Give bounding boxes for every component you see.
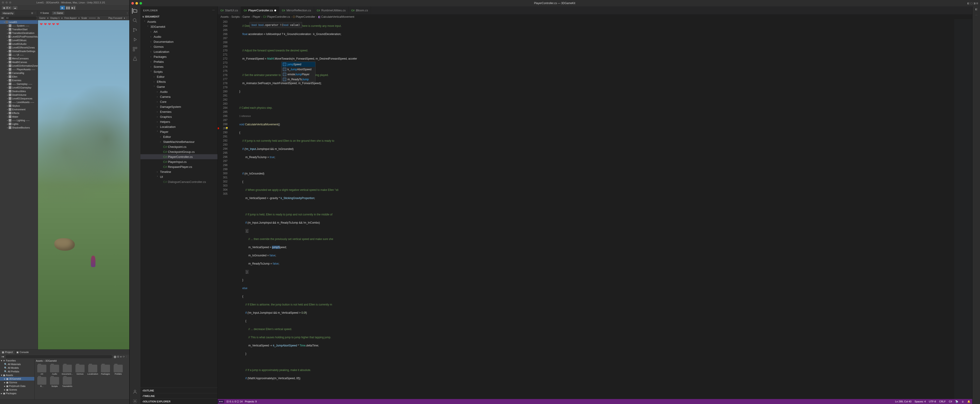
folder-item[interactable]: Document... <box>62 365 73 375</box>
folder-packages[interactable]: ›Packages <box>140 54 218 59</box>
debug-icon[interactable] <box>132 37 138 42</box>
play-mode-dropdown[interactable]: Play Focused <box>108 17 122 19</box>
traffic-dot[interactable] <box>9 2 11 4</box>
folder-helpers[interactable]: ›Helpers <box>140 119 218 124</box>
more-icon[interactable]: ⋯ <box>975 14 977 17</box>
indent[interactable]: Spaces: 4 <box>915 400 926 403</box>
folder-editor[interactable]: ›Editor <box>140 74 218 79</box>
add-icon[interactable]: +▾ <box>1 17 4 19</box>
asset-tree-item[interactable]: ▸▣3DGamekit <box>0 377 34 380</box>
projects-count[interactable]: Projects: 9 <box>245 400 257 403</box>
editor-tab[interactable]: C#MirrorReflection.cs <box>279 6 314 14</box>
folder-editor2[interactable]: ›Editor <box>140 134 218 139</box>
console-tab[interactable]: ▣ Console <box>14 350 30 354</box>
game-tab[interactable]: 🎮 Game <box>52 11 64 15</box>
folder-audio2[interactable]: ›Audio <box>140 89 218 94</box>
folder-camera[interactable]: ›Camera <box>140 94 218 99</box>
split-icon[interactable]: ◧ <box>975 8 977 11</box>
hierarchy-item[interactable]: ▸Lights <box>0 122 38 126</box>
breadcrumb[interactable]: Assets›Scripts›Game›Player›C# PlayerCont… <box>218 14 972 19</box>
assets-root[interactable]: ▾▣Assets <box>0 373 34 377</box>
folder-item[interactable]: Scripts <box>49 377 60 387</box>
hierarchy-item[interactable]: ▸Water <box>0 115 38 118</box>
autocomplete-item[interactable]: □m_ReadyToJump <box>282 77 315 82</box>
hierarchy-item[interactable]: ▸GlobalShaderSettings <box>0 50 38 53</box>
folder-item[interactable]: Art <box>37 365 47 375</box>
live-icon[interactable]: 🕭 <box>962 400 964 403</box>
traffic-dot[interactable] <box>5 2 8 4</box>
hierarchy-item[interactable]: ▸Level01Audio <box>0 42 38 46</box>
feedback-icon[interactable]: 📡 <box>955 400 958 403</box>
hierarchy-item[interactable]: ▸HealthCanvas <box>0 60 38 64</box>
pause-button[interactable]: ❚❚ <box>65 6 70 10</box>
bell-icon[interactable]: 🔔 <box>967 400 970 403</box>
hierarchy-item[interactable]: ▸TransitionStart <box>0 27 38 31</box>
hierarchy-item[interactable]: ▸Level01Sequences <box>0 97 38 100</box>
breadcrumb-seg[interactable]: Scripts <box>231 15 240 18</box>
file-dialogue[interactable]: C#DialogueCanvasController.cs <box>140 179 218 184</box>
display-dropdown[interactable]: Display 1 <box>50 17 60 19</box>
hierarchy-item[interactable]: ▸DeathVolume <box>0 93 38 97</box>
editor-tab[interactable]: C#StartUI.cs <box>218 6 241 14</box>
layout-icons[interactable]: ◧ ▢ ◨ ⊞ <box>967 2 978 5</box>
folder-item[interactable]: Localization <box>87 365 98 375</box>
folder-3dgamekit[interactable]: ˅3DGamekit <box>140 24 218 29</box>
account-button[interactable]: ◉ JE ▾ <box>2 6 11 10</box>
explorer-icon[interactable] <box>132 8 137 14</box>
scene-tab[interactable]: ⠿ Scene <box>39 11 50 15</box>
encoding[interactable]: UTF-8 <box>929 400 936 403</box>
solution-section[interactable]: › SOLUTION EXPLORER <box>140 399 218 404</box>
editor-tab[interactable]: C#RuntimeUtilities.cs <box>314 6 348 14</box>
editor-tab[interactable]: C#Bloom.cs <box>348 6 371 14</box>
folder-damage[interactable]: ›DamageSystem <box>140 104 218 109</box>
folder-smb[interactable]: ›StateMachineBehaviour <box>140 139 218 144</box>
hierarchy-search[interactable] <box>5 16 37 20</box>
hierarchy-item[interactable]: ▸----- System ----- <box>0 24 38 27</box>
more-icon[interactable]: ⋯ <box>212 9 215 12</box>
favorite-item[interactable]: 🔍All Materials <box>0 362 34 366</box>
autocomplete-item[interactable]: □emoteJumpPlayer <box>282 72 315 77</box>
breadcrumb-seg[interactable]: Game <box>242 15 250 18</box>
aspect-dropdown[interactable]: Free Aspect <box>64 17 76 19</box>
extensions-icon[interactable] <box>132 46 138 52</box>
hierarchy-item[interactable]: ▸----- Lighting ----- <box>0 118 38 122</box>
hierarchy-item[interactable]: ▸Level01PostProcessVolu <box>0 35 38 38</box>
remote-button[interactable]: ⟷ <box>218 400 224 403</box>
breadcrumb-seg[interactable]: Assets <box>220 15 229 18</box>
asset-tree-item[interactable]: ▸▣Scenes <box>0 388 34 391</box>
favorites-header[interactable]: ▾★Favorites <box>0 359 34 362</box>
folder-item[interactable]: R... <box>37 377 47 387</box>
file-player-input[interactable]: C#PlayerInput.cs <box>140 159 218 164</box>
hierarchy-item[interactable]: ▸----- LevelAssets ----- <box>0 100 38 104</box>
folder-ui[interactable]: ˅UI <box>140 174 218 179</box>
outline-section[interactable]: › OUTLINE <box>140 388 218 393</box>
folder-player[interactable]: ˅Player <box>140 129 218 134</box>
hierarchy-item[interactable]: ▸MenuCanvases <box>0 57 38 60</box>
source-control-icon[interactable] <box>132 27 138 33</box>
code-editor[interactable]: 2632642652662672682692702712722732742752… <box>218 19 972 399</box>
folder-localization2[interactable]: ›Localization <box>140 124 218 129</box>
step-button[interactable]: ▶❙ <box>71 6 76 10</box>
asset-tree-item[interactable]: ▸▣Gizmos <box>0 380 34 384</box>
game-dropdown[interactable]: Game <box>39 17 45 19</box>
folder-item[interactable]: Gizmos <box>75 365 86 375</box>
workspace-name[interactable]: ∨ 3DGAMEKIT <box>140 14 218 19</box>
hierarchy-item[interactable]: ▸Level01Music <box>0 38 38 42</box>
minimap[interactable] <box>954 19 972 399</box>
hierarchy-item[interactable]: ▸Enemies <box>0 78 38 82</box>
project-search[interactable] <box>5 355 112 358</box>
eol[interactable]: CRLF <box>939 400 946 403</box>
scale-slider[interactable] <box>89 18 96 18</box>
breadcrumb-seg[interactable]: Player <box>253 15 260 18</box>
hierarchy-item[interactable]: ▸Skybox <box>0 104 38 108</box>
folder-item[interactable]: TutorialInfo <box>62 377 73 387</box>
errors-count[interactable]: ⓧ 0 ⚠ 0 ⓘ 14 <box>226 400 243 403</box>
hierarchy-item[interactable]: ▸Level01ReverbZones <box>0 46 38 50</box>
favorite-item[interactable]: 🔍All Models <box>0 366 34 370</box>
timeline-section[interactable]: › TIMELINE <box>140 393 218 399</box>
folder-gizmos[interactable]: ›Gizmos <box>140 44 218 49</box>
settings-icon[interactable] <box>132 399 138 404</box>
test-icon[interactable] <box>132 56 138 61</box>
hierarchy-item[interactable]: ▸----- PlayerAssets ----- <box>0 67 38 71</box>
language[interactable]: C# <box>949 400 952 403</box>
